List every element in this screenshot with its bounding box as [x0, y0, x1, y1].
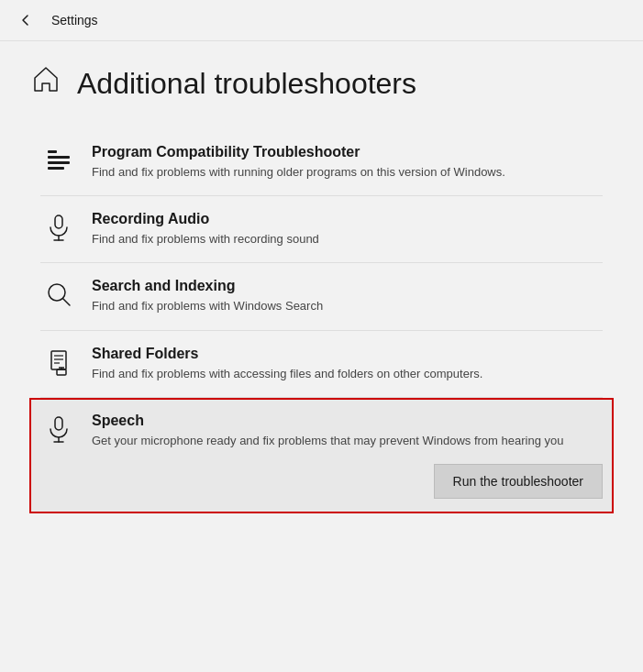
page-title-row: Additional troubleshooters [29, 63, 614, 104]
svg-rect-3 [48, 167, 64, 170]
svg-rect-13 [57, 369, 66, 375]
svg-rect-16 [55, 417, 62, 430]
svg-rect-4 [55, 215, 62, 228]
item-text: Shared Folders Find and fix problems wit… [92, 346, 603, 382]
troubleshooter-list: Program Compatibility Troubleshooter Fin… [29, 129, 614, 513]
home-icon [29, 63, 62, 104]
speech-item-desc: Get your microphone ready and fix proble… [92, 433, 603, 449]
speech-item-title: Speech [92, 413, 603, 429]
item-text: Search and Indexing Find and fix problem… [92, 278, 603, 314]
svg-rect-1 [48, 156, 70, 159]
item-desc: Find and fix problems with recording sou… [92, 231, 603, 248]
item-desc: Find and fix problems with running older… [92, 164, 603, 181]
microphone-icon [40, 213, 77, 242]
item-title: Shared Folders [92, 346, 603, 362]
item-text: Program Compatibility Troubleshooter Fin… [92, 144, 603, 181]
list-item[interactable]: Program Compatibility Troubleshooter Fin… [29, 129, 614, 195]
item-title: Search and Indexing [92, 278, 603, 294]
list-item[interactable]: Shared Folders Find and fix problems wit… [29, 331, 614, 397]
speech-item-actions: Run the troubleshooter [92, 464, 603, 499]
page-title: Additional troubleshooters [77, 67, 416, 101]
item-title: Program Compatibility Troubleshooter [92, 144, 603, 160]
speech-microphone-icon [40, 414, 77, 444]
list-item[interactable]: Search and Indexing Find and fix problem… [29, 263, 614, 329]
list-item-speech[interactable]: Speech Get your microphone ready and fix… [29, 398, 614, 513]
list-icon [40, 146, 77, 175]
header-title: Settings [51, 13, 98, 28]
svg-line-8 [63, 299, 71, 306]
search-icon [40, 280, 77, 309]
shared-folders-icon [40, 347, 77, 377]
header: Settings [0, 0, 643, 41]
list-item[interactable]: Recording Audio Find and fix problems wi… [29, 196, 614, 262]
speech-item-text: Speech Get your microphone ready and fix… [92, 413, 603, 499]
item-desc: Find and fix problems with Windows Searc… [92, 298, 603, 314]
svg-rect-2 [48, 161, 70, 164]
item-desc: Find and fix problems with accessing fil… [92, 366, 603, 382]
svg-rect-0 [48, 150, 57, 153]
main-content: Additional troubleshooters Program Compa… [0, 41, 643, 535]
item-text: Recording Audio Find and fix problems wi… [92, 211, 603, 248]
run-troubleshooter-button[interactable]: Run the troubleshooter [434, 464, 603, 499]
item-title: Recording Audio [92, 211, 603, 227]
svg-rect-9 [51, 351, 66, 369]
back-button[interactable] [15, 9, 37, 31]
